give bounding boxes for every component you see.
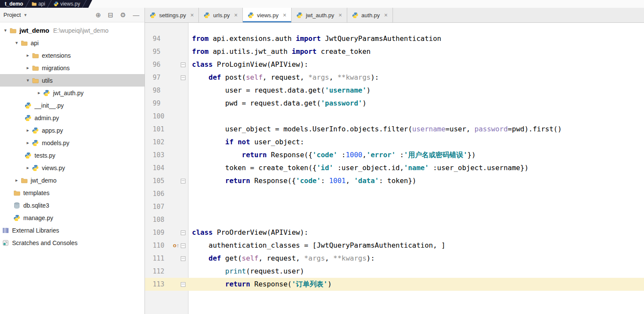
tree-expanded-arrow-icon[interactable]: ▾ bbox=[2, 28, 9, 33]
code-line-101[interactable]: 101 user_object = models.UserInfo.object… bbox=[145, 123, 644, 136]
tree-item-api[interactable]: ▾api bbox=[0, 37, 145, 49]
fold-marker-icon[interactable] bbox=[181, 256, 185, 261]
line-number: 95 bbox=[145, 45, 173, 58]
python-icon bbox=[31, 165, 39, 171]
line-number: 98 bbox=[145, 84, 173, 97]
code-line-98[interactable]: 98 user = request.data.get('username') bbox=[145, 84, 644, 97]
code-line-103[interactable]: 103 return Response({'code' :1000,'error… bbox=[145, 149, 644, 162]
code-line-97[interactable]: 97 def post(self, request, *args, **kwar… bbox=[145, 71, 644, 84]
hide-panel-icon[interactable]: ― bbox=[133, 12, 139, 18]
tree-expanded-arrow-icon[interactable]: ▾ bbox=[13, 40, 20, 46]
collapse-all-icon[interactable]: ⊟ bbox=[108, 12, 113, 18]
locate-icon[interactable]: ⊕ bbox=[95, 12, 101, 18]
tab-urls-py[interactable]: urls.py× bbox=[199, 8, 242, 22]
tree-item-label: views.py bbox=[42, 165, 65, 171]
tree-collapsed-arrow-icon[interactable]: ▸ bbox=[24, 53, 31, 58]
folder-icon bbox=[31, 52, 39, 59]
close-icon[interactable]: × bbox=[283, 12, 286, 19]
project-tool-window-selector[interactable]: Project ▼ bbox=[3, 12, 27, 18]
tree-item-models-py[interactable]: ▸models.py bbox=[0, 137, 145, 149]
close-icon[interactable]: × bbox=[384, 12, 387, 19]
tree-item-templates[interactable]: templates bbox=[0, 187, 145, 199]
tab-settings-py[interactable]: settings.py× bbox=[145, 8, 199, 22]
code-text bbox=[188, 187, 192, 200]
fold-marker-icon[interactable] bbox=[181, 75, 185, 80]
breadcrumb-item-views-py[interactable]: views.py bbox=[50, 0, 84, 8]
tree-item-utils[interactable]: ▾utils bbox=[0, 74, 145, 87]
fold-marker-icon[interactable] bbox=[181, 243, 185, 248]
override-marker-icon[interactable]: o↑ bbox=[173, 239, 179, 252]
settings-gear-icon[interactable]: ⚙ bbox=[120, 12, 126, 18]
tree-item-tests-py[interactable]: tests.py bbox=[0, 149, 145, 162]
tree-item-migrations[interactable]: ▸migrations bbox=[0, 62, 145, 74]
tree-item-admin-py[interactable]: admin.py bbox=[0, 112, 145, 124]
code-text: print(request.user) bbox=[188, 265, 304, 278]
code-text bbox=[188, 213, 192, 226]
code-line-104[interactable]: 104 token = create_token({'id' :user_obj… bbox=[145, 162, 644, 174]
code-lines: 94from api.extensions.auth import JwtQue… bbox=[145, 32, 644, 291]
code-line-99[interactable]: 99 pwd = request.data.get('password') bbox=[145, 97, 644, 110]
code-editor[interactable]: 94from api.extensions.auth import JwtQue… bbox=[145, 23, 644, 314]
code-line-100[interactable]: 100 bbox=[145, 110, 644, 123]
tree-collapsed-arrow-icon[interactable]: ▸ bbox=[35, 90, 43, 96]
tree-item-views-py[interactable]: ▸views.py bbox=[0, 162, 145, 174]
tree-item-label: migrations bbox=[42, 65, 70, 72]
tree-item-db-sqlite3[interactable]: db.sqlite3 bbox=[0, 199, 145, 211]
tree-collapsed-arrow-icon[interactable]: ▸ bbox=[24, 65, 31, 71]
code-text: class ProLoginView(APIView): bbox=[188, 58, 308, 71]
code-line-95[interactable]: 95from api.utils.jwt_auth import create_… bbox=[145, 45, 644, 58]
code-line-108[interactable]: 108 bbox=[145, 213, 644, 226]
folder-icon bbox=[9, 27, 16, 34]
tree-item-label: extensions bbox=[42, 52, 71, 59]
code-line-109[interactable]: 109class ProOrderView(APIView): bbox=[145, 226, 644, 239]
tree-collapsed-arrow-icon[interactable]: ▸ bbox=[13, 177, 20, 183]
fold-marker-icon[interactable] bbox=[181, 62, 185, 67]
code-line-94[interactable]: 94from api.extensions.auth import JwtQue… bbox=[145, 32, 644, 45]
project-tree: ▾jwt_demoE:\wupeiqi\jwt_demo▾api▸extensi… bbox=[0, 22, 145, 249]
fold-marker-icon[interactable] bbox=[181, 179, 185, 183]
fold-marker-icon[interactable] bbox=[181, 282, 185, 287]
gutter-markers bbox=[173, 32, 188, 45]
tree-collapsed-arrow-icon[interactable]: ▸ bbox=[24, 127, 31, 133]
tree-collapsed-arrow-icon[interactable]: ▸ bbox=[24, 165, 31, 171]
tree-item-external-libraries[interactable]: External Libraries bbox=[0, 224, 145, 236]
tree-item-init-py[interactable]: __init__.py bbox=[0, 99, 145, 112]
tab-auth-py[interactable]: auth.py× bbox=[347, 8, 393, 22]
close-icon[interactable]: × bbox=[190, 12, 194, 19]
tree-expanded-arrow-icon[interactable]: ▾ bbox=[24, 78, 31, 83]
code-line-113[interactable]: 113 return Response('订单列表') bbox=[145, 278, 644, 291]
tree-item-manage-py[interactable]: manage.py bbox=[0, 211, 145, 224]
line-number: 112 bbox=[145, 265, 173, 278]
breadcrumb-item-api[interactable]: api bbox=[28, 0, 49, 8]
line-number: 111 bbox=[145, 252, 173, 265]
tree-item-jwt-auth-py[interactable]: ▸jwt_auth.py bbox=[0, 87, 145, 99]
code-line-112[interactable]: 112 print(request.user) bbox=[145, 265, 644, 278]
python-icon bbox=[31, 127, 39, 134]
code-line-102[interactable]: 102 if not user_object: bbox=[145, 136, 644, 149]
chevron-down-icon: ▼ bbox=[23, 13, 27, 17]
folder-icon bbox=[13, 190, 20, 196]
code-text: pwd = request.data.get('password') bbox=[188, 97, 367, 110]
code-line-110[interactable]: 110o↑ authentication_classes = [JwtQuery… bbox=[145, 239, 644, 252]
close-icon[interactable]: × bbox=[234, 12, 238, 19]
tab-jwt-auth-py[interactable]: jwt_auth.py× bbox=[292, 8, 347, 22]
tree-item-jwt-demo[interactable]: ▸jwt_demo bbox=[0, 174, 145, 187]
code-line-111[interactable]: 111 def get(self, request, *args, **kwar… bbox=[145, 252, 644, 265]
close-icon[interactable]: × bbox=[339, 12, 342, 19]
tree-item-jwt-demo[interactable]: ▾jwt_demoE:\wupeiqi\jwt_demo bbox=[0, 24, 145, 37]
code-line-107[interactable]: 107 bbox=[145, 200, 644, 213]
tree-item-extensions[interactable]: ▸extensions bbox=[0, 49, 145, 62]
code-line-105[interactable]: 105 return Response({'code': 1001, 'data… bbox=[145, 174, 644, 187]
tree-item-scratches-and-consoles[interactable]: Scratches and Consoles bbox=[0, 236, 145, 249]
line-number: 104 bbox=[145, 162, 173, 174]
tab-views-py[interactable]: views.py× bbox=[243, 8, 292, 22]
editor-tab-bar: settings.py×urls.py×views.py×jwt_auth.py… bbox=[145, 8, 644, 23]
fold-marker-icon[interactable] bbox=[181, 230, 185, 235]
tree-item-apps-py[interactable]: ▸apps.py bbox=[0, 124, 145, 137]
code-line-106[interactable]: 106 bbox=[145, 187, 644, 200]
code-text: class ProOrderView(APIView): bbox=[188, 226, 308, 239]
code-line-96[interactable]: 96class ProLoginView(APIView): bbox=[145, 58, 644, 71]
line-number: 113 bbox=[145, 278, 173, 291]
breadcrumb-item-t-demo[interactable]: t_demo bbox=[1, 0, 27, 8]
tree-collapsed-arrow-icon[interactable]: ▸ bbox=[24, 140, 31, 146]
